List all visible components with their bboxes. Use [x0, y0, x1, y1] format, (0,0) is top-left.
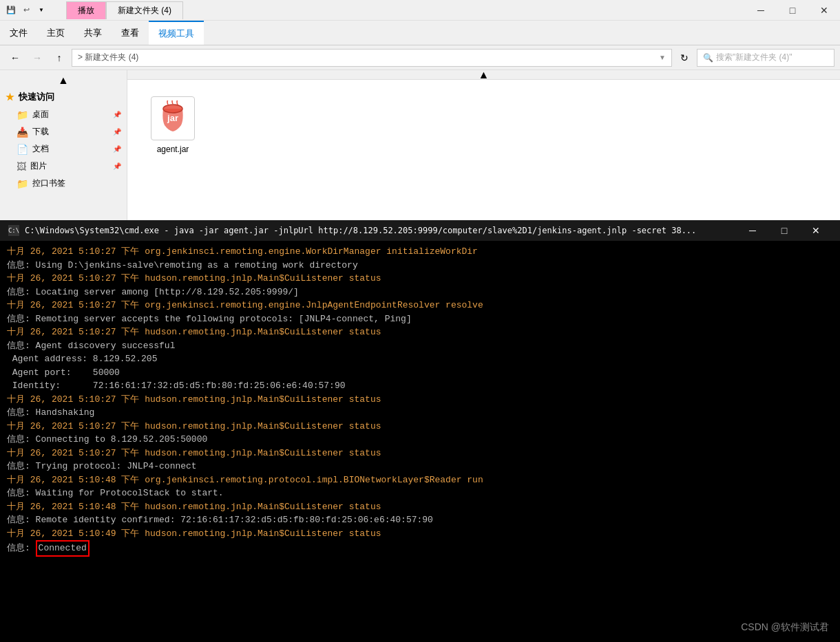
cmd-line: 十月 26, 2021 5:10:49 下午 hudson.remoting.j… [7, 527, 833, 541]
sidebar-item-desktop[interactable]: 📁 桌面 📌 [0, 106, 127, 123]
cmd-line: Agent address: 8.129.52.205 [7, 352, 833, 366]
cmd-line: 信息: Trying protocol: JNLP4-connect [7, 460, 833, 473]
cmd-line: 信息: Waiting for ProtocolStack to start. [7, 486, 833, 500]
tab-folder[interactable]: 新建文件夹 (4) [106, 1, 183, 19]
pin-icon-downloads: 📌 [113, 128, 121, 136]
ribbon-tab-file[interactable]: 文件 [0, 21, 37, 45]
cmd-line: 信息: Connected [7, 540, 833, 557]
cmd-icon: C:\ [8, 225, 19, 236]
cmd-title-text: C:\Windows\System32\cmd.exe - java -jar … [25, 226, 696, 235]
up-btn[interactable]: ↑ [50, 48, 69, 67]
ribbon-tab-share[interactable]: 共享 [74, 21, 112, 45]
pin-icon-desktop: 📌 [113, 111, 121, 118]
downloads-folder-icon: 📥 [17, 127, 28, 138]
cmd-line: 信息: Agent discovery successful [7, 339, 833, 353]
address-bar: ← → ↑ > 新建文件夹 (4) ▼ ↻ 🔍 搜索"新建文件夹 (4)" [0, 45, 840, 70]
ribbon-tab-view[interactable]: 查看 [112, 21, 149, 45]
scroll-up-btn[interactable]: ▲ [0, 73, 127, 88]
cmd-line: 十月 26, 2021 5:10:27 下午 hudson.remoting.j… [7, 272, 833, 286]
file-item-agent-jar[interactable]: jar agent.jar [138, 91, 207, 160]
back-btn[interactable]: ← [6, 48, 25, 67]
explorer-window: 💾 ↩ ▼ 播放 新建文件夹 (4) ─ □ ✕ 文件 主页 共享 [0, 0, 840, 220]
cmd-line: 十月 26, 2021 5:10:27 下午 hudson.remoting.j… [7, 447, 833, 460]
cmd-line: 十月 26, 2021 5:10:27 下午 org.jenkinsci.rem… [7, 245, 833, 259]
cmd-line: 十月 26, 2021 5:10:27 下午 hudson.remoting.j… [7, 325, 833, 339]
main-area: ▲ ★ 快速访问 📁 桌面 📌 📥 下载 📌 📄 文档 📌 🖼 [0, 70, 840, 220]
close-btn[interactable]: ✕ [808, 0, 840, 21]
cmd-line: 信息: Locating server among [http://8.129.… [7, 286, 833, 299]
explorer-title-bar: 💾 ↩ ▼ 播放 新建文件夹 (4) ─ □ ✕ [0, 0, 840, 21]
maximize-btn[interactable]: □ [777, 0, 808, 21]
pin-icon-pictures: 📌 [113, 162, 121, 170]
cmd-window: C:\ C:\Windows\System32\cmd.exe - java -… [0, 220, 840, 642]
cmd-content: 十月 26, 2021 5:10:27 下午 org.jenkinsci.rem… [0, 241, 840, 642]
sidebar-item-bookmarks[interactable]: 📁 控口书签 [0, 175, 127, 192]
cmd-maximize-btn[interactable]: □ [768, 220, 800, 241]
content-area: ▲ jar [127, 70, 840, 220]
file-grid: jar agent.jar [127, 80, 840, 171]
sidebar-item-pictures[interactable]: 🖼 图片 📌 [0, 158, 127, 175]
cmd-line: Identity: 72:16:61:17:32:d5:d5:fb:80:fd:… [7, 379, 833, 393]
search-field[interactable]: 🔍 搜索"新建文件夹 (4)" [697, 49, 834, 67]
ribbon-tab-home[interactable]: 主页 [37, 21, 74, 45]
sidebar: ▲ ★ 快速访问 📁 桌面 📌 📥 下载 📌 📄 文档 📌 🖼 [0, 70, 127, 220]
ribbon: 文件 主页 共享 查看 视频工具 [0, 21, 840, 45]
quick-access-toolbar: 💾 ↩ ▼ [0, 3, 52, 17]
java-jar-icon: jar [151, 96, 195, 140]
tab-playback[interactable]: 播放 [66, 1, 106, 19]
cmd-line: 信息: Remote identity confirmed: 72:16:61:… [7, 513, 833, 527]
window-controls: ─ □ ✕ [745, 0, 840, 21]
refresh-btn[interactable]: ↻ [675, 49, 694, 67]
cmd-close-btn[interactable]: ✕ [800, 220, 832, 241]
scroll-indicator[interactable]: ▲ [127, 70, 840, 80]
sidebar-item-downloads[interactable]: 📥 下载 📌 [0, 123, 127, 140]
forward-btn[interactable]: → [28, 48, 47, 67]
cmd-window-controls: ─ □ ✕ [737, 220, 832, 241]
cmd-line: 十月 26, 2021 5:10:27 下午 hudson.remoting.j… [7, 393, 833, 407]
cmd-line: 十月 26, 2021 5:10:27 下午 org.jenkinsci.rem… [7, 299, 833, 312]
pictures-folder-icon: 🖼 [17, 161, 26, 172]
address-field[interactable]: > 新建文件夹 (4) ▼ [72, 49, 672, 67]
connected-status: Connected [36, 540, 90, 557]
cmd-minimize-btn[interactable]: ─ [737, 220, 768, 241]
undo-qat-btn[interactable]: ↩ [19, 3, 33, 17]
cmd-title-bar: C:\ C:\Windows\System32\cmd.exe - java -… [0, 220, 840, 241]
save-qat-btn[interactable]: 💾 [4, 3, 18, 17]
cmd-line: 信息: Connecting to 8.129.52.205:50000 [7, 433, 833, 447]
cmd-line: 十月 26, 2021 5:10:48 下午 hudson.remoting.j… [7, 500, 833, 514]
sidebar-quick-access-header[interactable]: ★ 快速访问 [0, 88, 127, 106]
ribbon-tab-video-tools[interactable]: 视频工具 [149, 21, 204, 45]
cmd-line: 十月 26, 2021 5:10:48 下午 org.jenkinsci.rem… [7, 473, 833, 487]
sidebar-item-documents[interactable]: 📄 文档 📌 [0, 140, 127, 158]
desktop-folder-icon: 📁 [17, 109, 28, 120]
pin-icon-documents: 📌 [113, 145, 121, 153]
cmd-line: Agent port: 50000 [7, 366, 833, 380]
documents-folder-icon: 📄 [17, 144, 28, 155]
watermark: CSDN @软件测试君 [741, 621, 829, 634]
cmd-line: 信息: Remoting server accepts the followin… [7, 312, 833, 326]
tab-area: 播放 新建文件夹 (4) [52, 1, 745, 19]
minimize-btn[interactable]: ─ [745, 0, 777, 21]
cmd-line: 十月 26, 2021 5:10:27 下午 hudson.remoting.j… [7, 420, 833, 434]
cmd-line: 信息: Using D:\jenkins-salve\remoting as a… [7, 259, 833, 272]
svg-text:jar: jar [167, 113, 178, 123]
qat-dropdown[interactable]: ▼ [34, 3, 48, 17]
bookmarks-folder-icon: 📁 [17, 178, 28, 189]
cmd-line: 信息: Handshaking [7, 406, 833, 420]
